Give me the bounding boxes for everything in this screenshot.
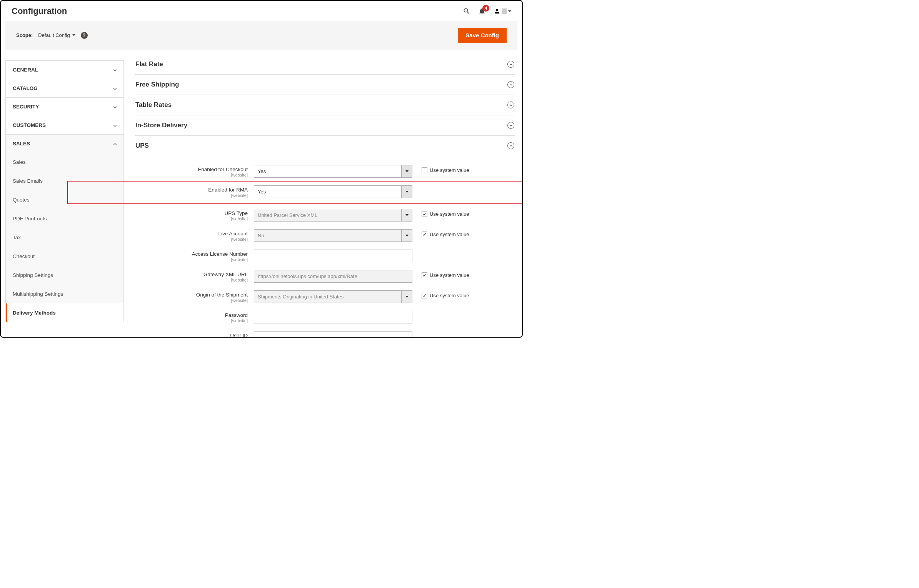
ups-type-select: United Parcel Service XML bbox=[254, 209, 412, 222]
chevron-down-icon bbox=[113, 123, 117, 127]
scope-label: Scope: bbox=[16, 32, 33, 38]
field-password: Password [website] bbox=[135, 311, 515, 323]
origin-select: Shipments Originating in United States bbox=[254, 290, 412, 303]
select-arrow-icon bbox=[401, 209, 412, 221]
section-instore-delivery[interactable]: In-Store Delivery bbox=[135, 115, 515, 136]
chevron-up-icon bbox=[113, 142, 117, 146]
scope-select[interactable]: Default Config bbox=[38, 32, 75, 38]
expand-icon bbox=[507, 102, 514, 108]
sidebar-item-delivery-methods[interactable]: Delivery Methods bbox=[6, 303, 123, 322]
field-enabled-rma: Enabled for RMA [website] Yes bbox=[135, 185, 515, 198]
use-system-checkbox[interactable] bbox=[422, 293, 427, 298]
field-live-account: Live Account [website] No Use system val… bbox=[135, 229, 515, 242]
caret-down-icon bbox=[72, 34, 75, 36]
field-user-id: User ID [website] bbox=[135, 331, 515, 338]
page-title: Configuration bbox=[12, 6, 67, 16]
select-arrow-icon bbox=[401, 230, 412, 242]
content: GENERAL CATALOG SECURITY CUSTOMERS SALES… bbox=[1, 50, 522, 338]
caret-down-icon bbox=[508, 10, 511, 12]
expand-icon bbox=[507, 122, 514, 129]
live-account-select: No bbox=[254, 229, 412, 242]
enabled-rma-select[interactable]: Yes bbox=[254, 185, 412, 198]
search-icon[interactable] bbox=[463, 7, 470, 15]
help-icon[interactable]: ? bbox=[81, 32, 88, 39]
ups-form: Enabled for Checkout [website] Yes Use s… bbox=[135, 156, 515, 338]
enabled-checkout-select[interactable]: Yes bbox=[254, 165, 412, 178]
notification-badge: 4 bbox=[482, 5, 489, 12]
use-system-checkbox[interactable] bbox=[422, 211, 427, 217]
field-enabled-checkout: Enabled for Checkout [website] Yes Use s… bbox=[135, 165, 515, 178]
sidebar-section-sales[interactable]: SALES bbox=[5, 134, 124, 153]
select-arrow-icon bbox=[401, 186, 412, 198]
page-header: Configuration 4 bbox=[1, 1, 522, 21]
expand-icon bbox=[507, 61, 514, 68]
field-ups-type: UPS Type [website] United Parcel Service… bbox=[135, 209, 515, 222]
sidebar-item-pdf[interactable]: PDF Print-outs bbox=[6, 209, 123, 228]
select-arrow-icon bbox=[401, 291, 412, 303]
use-system-checkbox[interactable] bbox=[422, 232, 427, 237]
section-flat-rate[interactable]: Flat Rate bbox=[135, 60, 515, 75]
sidebar-item-sales[interactable]: Sales bbox=[6, 153, 123, 172]
user-id-input[interactable] bbox=[254, 331, 412, 338]
sidebar-item-checkout[interactable]: Checkout bbox=[6, 247, 123, 266]
sidebar-section-catalog[interactable]: CATALOG bbox=[5, 79, 124, 97]
notification-icon[interactable]: 4 bbox=[478, 7, 486, 15]
use-system-checkbox[interactable] bbox=[422, 167, 427, 173]
config-main: Flat Rate Free Shipping Table Rates In-S… bbox=[135, 60, 517, 338]
chevron-down-icon bbox=[113, 105, 117, 109]
use-system-checkbox[interactable] bbox=[422, 272, 427, 278]
sidebar-item-tax[interactable]: Tax bbox=[6, 228, 123, 247]
sidebar-item-quotes[interactable]: Quotes bbox=[6, 190, 123, 209]
select-arrow-icon bbox=[401, 165, 412, 177]
field-gateway-url: Gateway XML URL [website] Use system val… bbox=[135, 270, 515, 283]
config-sidebar: GENERAL CATALOG SECURITY CUSTOMERS SALES… bbox=[5, 60, 124, 338]
save-config-button[interactable]: Save Config bbox=[458, 28, 507, 43]
sidebar-section-security[interactable]: SECURITY bbox=[5, 97, 124, 116]
header-actions: 4 bbox=[463, 7, 511, 15]
sidebar-section-general[interactable]: GENERAL bbox=[5, 60, 124, 79]
password-input[interactable] bbox=[254, 311, 412, 323]
gateway-url-input bbox=[254, 270, 412, 283]
section-free-shipping[interactable]: Free Shipping bbox=[135, 75, 515, 95]
field-access-license: Access License Number [website] bbox=[135, 250, 515, 262]
section-table-rates[interactable]: Table Rates bbox=[135, 95, 515, 115]
sidebar-item-multishipping[interactable]: Multishipping Settings bbox=[6, 285, 123, 303]
user-menu[interactable] bbox=[494, 8, 511, 15]
chevron-down-icon bbox=[113, 87, 117, 90]
scope-bar: Scope: Default Config ? Save Config bbox=[5, 21, 517, 50]
access-license-input[interactable] bbox=[254, 250, 412, 262]
expand-icon bbox=[507, 81, 514, 88]
sidebar-item-sales-emails[interactable]: Sales Emails bbox=[6, 172, 123, 190]
field-origin: Origin of the Shipment [website] Shipmen… bbox=[135, 290, 515, 303]
section-ups[interactable]: UPS bbox=[135, 136, 515, 156]
sidebar-item-shipping-settings[interactable]: Shipping Settings bbox=[6, 266, 123, 285]
chevron-down-icon bbox=[113, 68, 117, 72]
collapse-icon bbox=[507, 142, 514, 149]
user-name-placeholder bbox=[502, 8, 507, 14]
sidebar-section-customers[interactable]: CUSTOMERS bbox=[5, 116, 124, 134]
